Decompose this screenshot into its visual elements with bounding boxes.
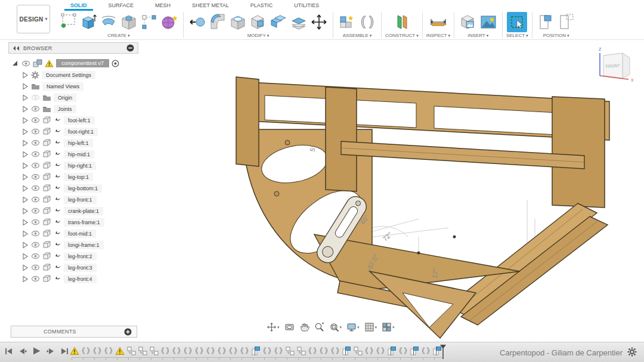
eye-visible-icon[interactable] bbox=[31, 275, 40, 283]
timeline-pattern-marker[interactable] bbox=[126, 345, 136, 356]
eye-visible-icon[interactable] bbox=[31, 173, 40, 181]
expand-triangle-icon[interactable] bbox=[21, 82, 29, 91]
expanded-triangle-icon[interactable] bbox=[11, 59, 19, 67]
pan-button[interactable] bbox=[298, 321, 311, 333]
activate-component-radio[interactable] bbox=[112, 60, 119, 67]
group-label-assemble[interactable]: ASSEMBLE▾ bbox=[343, 33, 372, 38]
expand-triangle-icon[interactable] bbox=[21, 128, 29, 136]
expand-triangle-icon[interactable] bbox=[21, 173, 29, 181]
eye-visible-icon[interactable] bbox=[31, 252, 40, 260]
expand-triangle-icon[interactable] bbox=[21, 230, 29, 238]
left-end-plate[interactable] bbox=[236, 77, 259, 166]
expand-triangle-icon[interactable] bbox=[21, 105, 29, 113]
tab-mesh[interactable]: MESH bbox=[144, 1, 181, 10]
expand-triangle-icon[interactable] bbox=[21, 184, 29, 193]
timeline-joint-marker[interactable] bbox=[103, 345, 113, 356]
timeline-pattern-marker[interactable] bbox=[148, 345, 159, 356]
component-label[interactable]: leg-front:2 bbox=[64, 252, 97, 261]
eye-visible-icon[interactable] bbox=[31, 116, 40, 124]
timeline-joint-marker[interactable] bbox=[92, 345, 102, 356]
component-label[interactable]: longi-frame:1 bbox=[64, 241, 104, 249]
browser-tree-row[interactable]: leg-front:1 bbox=[8, 194, 138, 205]
component-label[interactable]: hip-mid:1 bbox=[64, 150, 94, 159]
expand-triangle-icon[interactable] bbox=[21, 207, 29, 215]
browser-tree-row[interactable]: foot-right:1 bbox=[8, 126, 138, 137]
browser-tree-row[interactable]: foot-left:1 bbox=[8, 115, 138, 126]
browser-tree-row[interactable]: leg-bottom:1 bbox=[8, 182, 138, 194]
timeline-flag-marker[interactable] bbox=[386, 345, 397, 356]
timeline-warning-marker[interactable] bbox=[69, 345, 79, 356]
right-end-plate[interactable] bbox=[552, 97, 605, 208]
browser-tree-row[interactable]: leg-top:1 bbox=[8, 171, 138, 182]
step-back-button[interactable] bbox=[18, 347, 27, 355]
timeline-joint-marker[interactable] bbox=[171, 345, 181, 356]
group-label-inspect[interactable]: INSPECT▾ bbox=[426, 33, 450, 38]
timeline-joint-marker[interactable] bbox=[228, 345, 238, 356]
dock-toggle-icon[interactable] bbox=[126, 44, 134, 52]
tab-plastic[interactable]: PLASTIC bbox=[240, 1, 284, 10]
tab-sheet-metal[interactable]: SHEET METAL bbox=[181, 1, 240, 10]
component-label[interactable]: leg-front:4 bbox=[64, 275, 97, 283]
eye-visible-icon[interactable] bbox=[31, 94, 40, 101]
rectangular-pattern-button[interactable] bbox=[139, 12, 159, 32]
browser-panel-header[interactable]: BROWSER bbox=[8, 42, 138, 54]
eye-visible-icon[interactable] bbox=[31, 207, 40, 215]
press-pull-button[interactable] bbox=[187, 12, 208, 32]
orbit-button[interactable]: ▾ bbox=[265, 321, 281, 333]
add-comment-icon[interactable] bbox=[124, 328, 132, 336]
eye-visible-icon[interactable] bbox=[31, 241, 40, 249]
expand-triangle-icon[interactable] bbox=[21, 264, 29, 272]
timeline-joint-marker[interactable] bbox=[205, 345, 215, 356]
browser-tree-row[interactable]: hip-right:1 bbox=[8, 160, 138, 171]
eye-visible-icon[interactable] bbox=[31, 184, 40, 192]
browser-tree-row[interactable]: leg-front:3 bbox=[8, 262, 138, 273]
browser-tree-row[interactable]: Named Views bbox=[8, 81, 138, 92]
browser-tree-row[interactable]: leg-front:4 bbox=[8, 273, 138, 284]
revolve-button[interactable] bbox=[98, 12, 119, 32]
component-label[interactable]: hip-left:1 bbox=[64, 139, 93, 147]
eye-visible-icon[interactable] bbox=[31, 105, 40, 113]
browser-tree-row[interactable]: leg-front:2 bbox=[8, 250, 138, 262]
group-label-construct[interactable]: CONSTRUCT▾ bbox=[385, 33, 419, 38]
component-label[interactable]: crank-plate:1 bbox=[64, 207, 103, 215]
browser-tree-row[interactable]: Document Settings bbox=[8, 69, 138, 81]
eye-visible-icon[interactable] bbox=[31, 162, 40, 169]
component-label[interactable]: Origin bbox=[54, 94, 76, 102]
eye-visible-icon[interactable] bbox=[31, 128, 40, 135]
group-label-insert[interactable]: INSERT▾ bbox=[468, 33, 489, 38]
new-component-button[interactable] bbox=[337, 12, 357, 32]
tab-solid[interactable]: SOLID bbox=[60, 1, 98, 10]
collapse-panel-icon[interactable] bbox=[13, 45, 20, 51]
viewports-button[interactable]: ▾ bbox=[380, 321, 396, 333]
look-at-button[interactable] bbox=[283, 321, 296, 333]
group-label-position[interactable]: POSITION▾ bbox=[543, 33, 569, 38]
timeline-joint-marker[interactable] bbox=[307, 345, 317, 356]
component-label[interactable]: leg-top:1 bbox=[64, 173, 93, 181]
timeline-joint-marker[interactable] bbox=[182, 345, 193, 356]
component-label[interactable]: hip-right:1 bbox=[64, 162, 96, 170]
browser-tree-row[interactable]: Joints bbox=[8, 103, 138, 115]
component-label[interactable]: foot-right:1 bbox=[64, 128, 98, 136]
capture-position-button[interactable] bbox=[536, 12, 556, 32]
timeline-pattern-marker[interactable] bbox=[137, 345, 147, 356]
select-button[interactable] bbox=[507, 12, 527, 32]
browser-tree-row[interactable]: foot-mid:1 bbox=[8, 228, 138, 239]
extrude-button[interactable] bbox=[78, 12, 98, 32]
workspace-switcher-button[interactable]: DESIGN ▾ bbox=[17, 5, 50, 33]
timeline-joint-marker[interactable] bbox=[216, 345, 227, 356]
timeline-joint-marker[interactable] bbox=[80, 345, 91, 356]
expand-triangle-icon[interactable] bbox=[21, 162, 29, 170]
eye-visible-icon[interactable] bbox=[21, 60, 30, 67]
comments-panel[interactable]: COMMENTS bbox=[11, 326, 137, 338]
timeline-flag-marker[interactable] bbox=[409, 345, 419, 356]
play-button[interactable] bbox=[32, 346, 41, 355]
insert-mesh-button[interactable] bbox=[458, 12, 478, 32]
expand-triangle-icon[interactable] bbox=[21, 252, 29, 261]
timeline-joint-marker[interactable] bbox=[330, 345, 340, 356]
browser-root-row[interactable]: componenttest v7 bbox=[8, 57, 138, 69]
split-body-button[interactable] bbox=[268, 12, 289, 32]
component-label[interactable]: Joints bbox=[54, 105, 76, 113]
eye-visible-icon[interactable] bbox=[31, 139, 40, 147]
grid-settings-button[interactable]: ▾ bbox=[363, 321, 379, 333]
create-form-button[interactable] bbox=[159, 12, 179, 32]
